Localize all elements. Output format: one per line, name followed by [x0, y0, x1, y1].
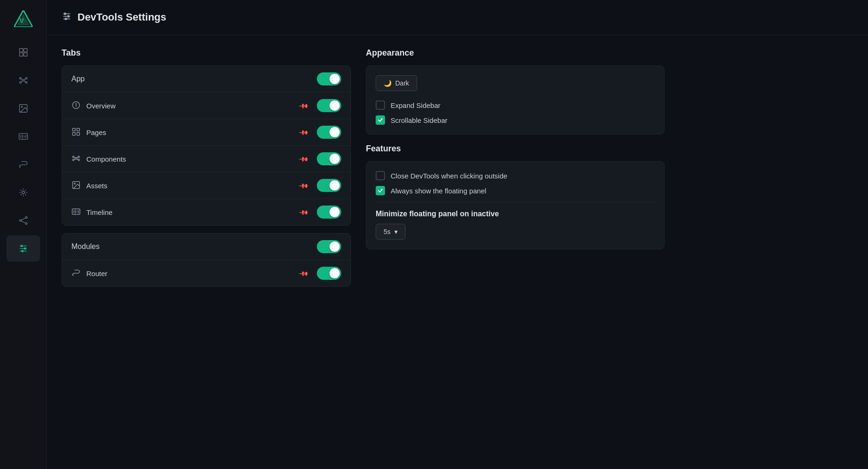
appearance-card: 🌙 Dark Expand Sidebar Scrollable Sidebar — [366, 65, 665, 135]
svg-point-57 — [75, 157, 77, 159]
svg-rect-54 — [77, 128, 80, 131]
pages-icon — [71, 127, 82, 137]
pages-toggle[interactable] — [317, 126, 341, 139]
always-show-floating-checkbox[interactable] — [376, 186, 385, 195]
svg-line-29 — [25, 194, 26, 195]
chevron-down-icon: ▾ — [394, 228, 398, 235]
overview-toggle[interactable] — [317, 99, 341, 112]
features-section-title: Features — [366, 144, 665, 154]
modules-toggle[interactable] — [317, 240, 341, 253]
theme-button[interactable]: 🌙 Dark — [376, 75, 417, 91]
timeline-tab-icon — [71, 207, 82, 217]
timeline-toggle[interactable] — [317, 206, 341, 219]
svg-rect-53 — [73, 128, 76, 131]
sidebar-item-vuex[interactable] — [7, 179, 40, 206]
app-row: App — [62, 66, 350, 92]
svg-rect-55 — [73, 133, 76, 135]
assets-pin-icon[interactable]: 📌 — [298, 180, 309, 191]
router-pin-icon[interactable]: 📌 — [298, 268, 309, 278]
svg-line-64 — [74, 159, 76, 160]
minimize-value: 5s — [384, 228, 391, 235]
svg-rect-18 — [19, 134, 27, 140]
features-card: Close DevTools when clicking outside Alw… — [366, 161, 665, 249]
components-tab-icon — [71, 154, 82, 164]
minimize-label: Minimize floating panel on inactive — [376, 210, 655, 218]
close-devtools-checkbox[interactable] — [376, 171, 385, 180]
svg-point-8 — [19, 78, 21, 79]
scrollable-sidebar-label: Scrollable Sidebar — [391, 116, 448, 124]
components-pin-icon[interactable]: 📌 — [298, 153, 309, 164]
svg-point-10 — [19, 82, 21, 84]
right-column: Appearance 🌙 Dark Expand Sidebar — [366, 48, 665, 456]
timeline-pin-icon[interactable]: 📌 — [298, 206, 309, 217]
svg-line-31 — [21, 194, 21, 195]
always-show-floating-label: Always show the floating panel — [391, 187, 486, 195]
router-toggle[interactable] — [317, 267, 341, 280]
logo[interactable]: V — [12, 7, 35, 30]
svg-point-33 — [25, 217, 27, 219]
svg-point-7 — [22, 79, 24, 81]
page-header: DevTools Settings — [47, 0, 868, 35]
svg-point-58 — [73, 156, 74, 157]
sidebar-item-settings[interactable] — [7, 235, 40, 262]
sidebar-item-graph[interactable] — [7, 67, 40, 93]
app-label: App — [71, 75, 317, 83]
svg-point-9 — [25, 78, 27, 79]
pages-pin-icon[interactable]: 📌 — [298, 127, 309, 137]
svg-rect-6 — [23, 53, 27, 56]
expand-sidebar-checkbox[interactable] — [376, 100, 385, 110]
svg-point-40 — [21, 245, 22, 247]
expand-sidebar-row: Expand Sidebar — [376, 100, 655, 110]
tabs-section-title: Tabs — [62, 48, 351, 58]
sidebar-item-assets[interactable] — [7, 95, 40, 121]
sidebar-item-components[interactable] — [7, 39, 40, 65]
svg-rect-4 — [23, 49, 27, 52]
svg-text:V: V — [20, 17, 24, 24]
svg-rect-3 — [19, 49, 22, 52]
components-row: Components 📌 — [62, 146, 350, 172]
tabs-column: Tabs App — [62, 48, 351, 456]
overview-pin-icon[interactable]: 📌 — [298, 100, 309, 111]
svg-point-59 — [78, 156, 79, 157]
timeline-row: Timeline 📌 — [62, 199, 350, 225]
svg-point-60 — [73, 159, 74, 161]
assets-toggle[interactable] — [317, 179, 341, 192]
svg-point-51 — [76, 103, 77, 104]
components-tab-label: Components — [86, 155, 300, 163]
pages-label: Pages — [86, 128, 300, 136]
scrollable-sidebar-checkbox[interactable] — [376, 115, 385, 125]
svg-rect-68 — [72, 209, 80, 214]
svg-point-17 — [21, 106, 22, 107]
scrollable-sidebar-row: Scrollable Sidebar — [376, 115, 655, 125]
svg-line-62 — [74, 157, 76, 158]
content-area: Tabs App — [47, 35, 868, 469]
components-toggle[interactable] — [317, 152, 341, 165]
modules-card: Modules Router — [62, 233, 351, 287]
sidebar-item-router[interactable] — [7, 151, 40, 178]
svg-rect-56 — [77, 133, 80, 135]
sidebar-item-timeline[interactable] — [7, 123, 40, 149]
svg-line-14 — [21, 81, 22, 82]
moon-icon: 🌙 — [384, 79, 392, 87]
overview-row: Overview 📌 — [62, 92, 350, 119]
svg-line-63 — [77, 157, 78, 158]
svg-point-23 — [22, 191, 25, 194]
app-toggle[interactable] — [317, 72, 341, 85]
page-title: DevTools Settings — [77, 11, 166, 23]
svg-point-41 — [24, 248, 26, 249]
minimize-select[interactable]: 5s ▾ — [376, 224, 406, 240]
theme-label: Dark — [395, 79, 409, 87]
svg-point-67 — [74, 183, 76, 185]
pages-row: Pages 📌 — [62, 119, 350, 146]
divider — [376, 202, 655, 202]
sidebar-item-network[interactable] — [7, 207, 40, 234]
svg-line-12 — [21, 78, 22, 80]
app-card: App — [62, 65, 351, 226]
expand-sidebar-label: Expand Sidebar — [391, 101, 441, 109]
settings-icon — [62, 11, 72, 23]
close-devtools-label: Close DevTools when clicking outside — [391, 172, 507, 180]
close-devtools-row: Close DevTools when clicking outside — [376, 171, 655, 180]
svg-line-13 — [24, 78, 25, 80]
always-show-floating-row: Always show the floating panel — [376, 186, 655, 195]
sidebar: V — [0, 0, 47, 469]
